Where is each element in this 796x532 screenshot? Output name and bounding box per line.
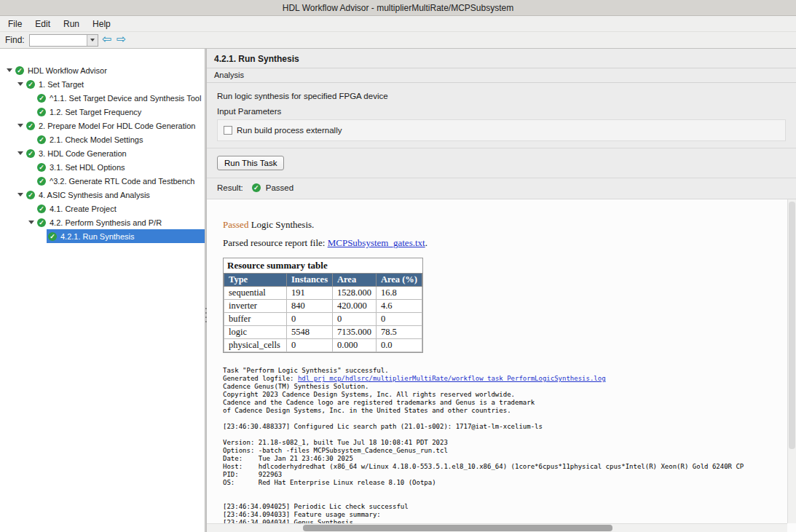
run-externally-checkbox[interactable] (224, 126, 232, 135)
expand-arrow-icon[interactable] (4, 68, 14, 72)
tree-item-label: 3.1. Set HDL Options (50, 163, 130, 172)
tree-item-body: ✓1.2. Set Target Frequency (36, 105, 205, 119)
tree-item-label: 4.2. Perform Synthesis and P/R (50, 218, 166, 227)
task-panel: Run logic synthesis for specified FPGA d… (207, 83, 796, 199)
passed-check-icon: ✓ (37, 205, 46, 213)
menu-bar: FileEditRunHelp (0, 16, 796, 32)
tree-item-body: ✓2.1. Check Model Settings (36, 132, 205, 146)
tree-item-body: ✓3.1. Set HDL Options (36, 160, 205, 174)
tree-item-body: ✓4.2. Perform Synthesis and P/R (36, 215, 205, 229)
run-externally-label: Run build process externally (237, 126, 342, 135)
passed-check-icon: ✓ (48, 232, 57, 241)
table-cell: 0 (376, 313, 422, 326)
logfile-link[interactable]: hdl_prj_mcp/hdlsrc/multiplierMultiRate/w… (298, 375, 606, 382)
task-subtitle: Analysis (207, 68, 796, 83)
table-cell: 420.000 (333, 300, 377, 313)
tree-item[interactable]: ✓^1.1. Set Target Device and Synthesis T… (0, 91, 205, 105)
gates-report-link[interactable]: MCPSubsystem_gates.txt (328, 237, 425, 248)
table-row: inverter840420.0004.6 (224, 300, 422, 313)
table-cell: 0 (287, 339, 333, 352)
parsed-report-text: Parsed resource report file: (223, 237, 328, 248)
status-rest-text: Logic Synthesis. (248, 219, 314, 230)
table-cell: logic (224, 326, 287, 339)
result-row: Result: ✓ Passed (217, 178, 786, 199)
expand-arrow-icon[interactable] (26, 221, 36, 224)
table-row: buffer000 (224, 313, 422, 326)
expand-arrow-icon[interactable] (15, 151, 25, 155)
tree-item[interactable]: ✓1.2. Set Target Frequency (0, 105, 205, 119)
window-title: HDL Workflow Advisor - multiplierMultiRa… (283, 3, 513, 13)
column-header: Type (224, 274, 287, 287)
column-header: Area (333, 274, 377, 287)
tree-item[interactable]: ✓1. Set Target (0, 77, 205, 91)
vertical-scrollbar-thumb[interactable] (789, 202, 795, 449)
tree-item[interactable]: ✓2. Prepare Model For HDL Code Generatio… (0, 119, 205, 132)
table-cell: 4.6 (376, 300, 422, 313)
tree-item-label: 1. Set Target (39, 80, 88, 89)
table-cell: physical_cells (224, 339, 287, 352)
passed-check-icon: ✓ (37, 177, 46, 186)
menu-run[interactable]: Run (57, 17, 86, 31)
tree-item-body: ✓4.2.1. Run Synthesis (47, 229, 205, 243)
table-cell: buffer (224, 313, 287, 326)
expand-arrow-icon[interactable] (15, 124, 25, 127)
tree-item-body: ✓3. HDL Code Generation (25, 146, 205, 160)
resource-table-body: sequential1911528.00016.8inverter840420.… (224, 287, 422, 352)
column-header: Instances (287, 274, 333, 287)
expand-arrow-icon[interactable] (15, 82, 25, 86)
tree-item[interactable]: ✓3. HDL Code Generation (0, 146, 205, 160)
passed-check-icon: ✓ (26, 122, 35, 130)
expand-arrow-icon[interactable] (15, 193, 25, 196)
table-cell: 0.000 (333, 339, 377, 352)
passed-check-icon: ✓ (26, 191, 35, 199)
menu-file[interactable]: File (1, 17, 28, 31)
passed-check-icon: ✓ (37, 163, 46, 172)
resource-summary-table: Resource summary table TypeInstancesArea… (223, 258, 423, 353)
find-combobox[interactable] (29, 34, 98, 47)
task-content-pane: 4.2.1. Run Synthesis Analysis Run logic … (207, 49, 796, 532)
hdl-workflow-advisor-window: HDL Workflow Advisor - multiplierMultiRa… (0, 0, 796, 532)
menu-edit[interactable]: Edit (28, 17, 57, 31)
tree-item-label: 3. HDL Code Generation (39, 149, 131, 158)
tree-item[interactable]: ✓4.1. Create Project (0, 202, 205, 215)
find-label: Find: (5, 35, 25, 45)
tree-item[interactable]: ✓4.2.1. Run Synthesis (0, 229, 205, 243)
find-next-button[interactable]: ⇨ (115, 33, 127, 45)
tree-item[interactable]: ✓3.1. Set HDL Options (0, 160, 205, 174)
tree-item[interactable]: ✓^3.2. Generate RTL Code and Testbench (0, 174, 205, 188)
run-externally-option[interactable]: Run build process externally (224, 126, 779, 135)
input-parameters-box: Run build process externally (217, 119, 786, 141)
table-cell: 0 (287, 313, 333, 326)
horizontal-scrollbar-thumb[interactable] (303, 525, 612, 531)
tree-item-label: 4.2.1. Run Synthesis (60, 232, 139, 241)
table-cell: 0 (333, 313, 377, 326)
table-row: physical_cells00.0000.0 (224, 339, 422, 352)
tree-item[interactable]: ✓2.1. Check Model Settings (0, 132, 205, 146)
passed-check-icon: ✓ (37, 94, 46, 103)
find-toolbar: Find: ⇦ ⇨ (0, 32, 796, 49)
tree-item-label: 4.1. Create Project (50, 205, 121, 213)
tree-item-body: ✓4.1. Create Project (36, 202, 205, 215)
tree-item[interactable]: ✓4.2. Perform Synthesis and P/R (0, 215, 205, 229)
tree-item[interactable]: ✓4. ASIC Synthesis and Analysis (0, 188, 205, 202)
tree-item-label: ^3.2. Generate RTL Code and Testbench (50, 177, 199, 186)
tree-item[interactable]: ✓HDL Workflow Advisor (0, 63, 205, 77)
find-input[interactable] (30, 35, 87, 46)
parsed-report-suffix: . (425, 237, 427, 248)
table-cell: 191 (287, 287, 333, 300)
passed-check-icon: ✓ (37, 108, 46, 116)
horizontal-scrollbar[interactable] (207, 523, 787, 532)
find-previous-button[interactable]: ⇦ (101, 33, 113, 45)
menu-help[interactable]: Help (86, 17, 117, 31)
column-header: Area (%) (376, 274, 422, 287)
chevron-down-icon (90, 39, 95, 41)
run-this-task-button[interactable]: Run This Task (217, 156, 284, 170)
vertical-scrollbar[interactable] (787, 199, 796, 523)
find-dropdown-button[interactable] (87, 35, 98, 46)
table-cell: 5548 (287, 326, 333, 339)
table-cell: 840 (287, 300, 333, 313)
task-title: 4.2.1. Run Synthesis (207, 49, 796, 68)
tree-item-label: ^1.1. Set Target Device and Synthesis To… (50, 94, 205, 103)
tree-item-label: 2.1. Check Model Settings (50, 135, 147, 144)
log-output: Task "Perform Logic Synthesis" successfu… (223, 367, 784, 532)
